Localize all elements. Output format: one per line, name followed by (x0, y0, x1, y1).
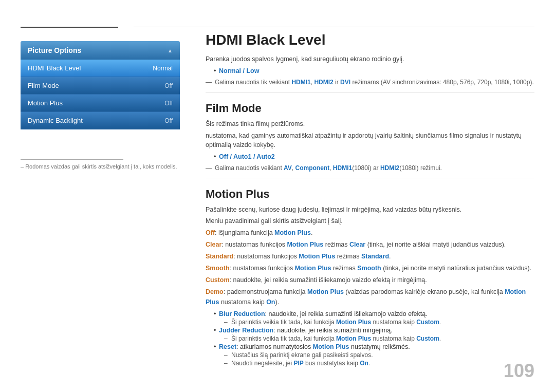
menu-item-motion-label: Motion Plus (28, 99, 63, 107)
mp-reset-sub1: Nustačius šią parinktį ekrane gali pasik… (231, 351, 534, 359)
left-panel: Picture Options ▲ HDMI Black Level Norma… (21, 41, 180, 129)
menu-item-hdmi[interactable]: HDMI Black Level Normal (21, 60, 180, 77)
mp-judder-item: Judder Reduction: naudokite, jei reikia … (214, 327, 534, 342)
mp-clear: Clear: nustatomas funkcijos Motion Plus … (206, 239, 534, 250)
mp-off: Off: išjungiama funkcija Motion Plus. (206, 228, 534, 238)
motion-plus-title: Motion Plus (206, 188, 534, 201)
hdmi-title: HDMI Black Level (206, 32, 534, 48)
divider-2 (206, 178, 534, 178)
divider-1 (206, 92, 534, 92)
hdmi-bullets: Normal / Low (214, 67, 534, 74)
menu-item-film[interactable]: Film Mode Off (21, 77, 180, 95)
menu-item-motion-value: Off (164, 100, 173, 107)
motion-plus-section: Motion Plus Pašalinkite scenų, kuriose d… (206, 188, 534, 367)
mp-desc1: Pašalinkite scenų, kuriose daug judesių,… (206, 205, 534, 215)
menu-item-motion[interactable]: Motion Plus Off (21, 95, 180, 112)
film-title: Film Mode (206, 102, 534, 115)
mp-feature-list: Blur Reduction: naudokite, jei reikia su… (214, 310, 534, 367)
mp-custom: Custom: naudokite, jei reikia sumažinti … (206, 275, 534, 285)
mp-blur-sub: Ši parinktis veikia tik tada, kai funkci… (231, 319, 534, 326)
mp-reset-item: Reset: atkuriamos numatytosios Motion Pl… (214, 343, 534, 367)
footnote-line (21, 159, 123, 160)
menu-item-hdmi-value: Normal (153, 65, 173, 72)
hdmi-section: HDMI Black Level Parenka juodos spalvos … (206, 32, 534, 87)
menu-item-film-value: Off (164, 82, 173, 89)
footnote-text: – Rodomas vaizdas gali skirtis atsižvelg… (21, 163, 180, 170)
menu-item-hdmi-label: HDMI Black Level (28, 64, 81, 72)
mp-judder-sub: Ši parinktis veikia tik tada, kai funkci… (231, 335, 534, 342)
picture-options-label: Picture Options (28, 46, 81, 54)
mp-desc2: Meniu pavadinimai gali skirtis atsižvelg… (206, 216, 534, 226)
right-content: HDMI Black Level Parenka juodos spalvos … (206, 32, 534, 371)
top-line-left (21, 27, 118, 28)
hdmi-desc: Parenka juodos spalvos lygmenį, kad sure… (206, 54, 534, 64)
top-line-right (134, 27, 534, 27)
menu-item-dynamic-label: Dynamic Backlight (28, 117, 83, 124)
film-bullet-1: Off / Auto1 / Auto2 (214, 153, 534, 160)
film-desc1: Šis režimas tinka filmų peržiūroms. (206, 119, 534, 129)
mp-standard: Standard: nustatomas funkcijos Motion Pl… (206, 251, 534, 262)
picture-options-header[interactable]: Picture Options ▲ (21, 41, 180, 60)
page-number: 109 (504, 360, 534, 382)
mp-smooth: Smooth: nustatomas funkcijos Motion Plus… (206, 263, 534, 273)
film-note: Galima naudotis veikiant AV, Component, … (206, 163, 534, 173)
hdmi-bullet-1: Normal / Low (214, 67, 534, 74)
film-section: Film Mode Šis režimas tinka filmų peržiū… (206, 102, 534, 173)
menu-item-dynamic-value: Off (164, 117, 173, 124)
hdmi-note: Galima naudotis tik veikiant HDMI1, HDMI… (206, 78, 534, 87)
film-bullets: Off / Auto1 / Auto2 (214, 153, 534, 160)
menu-item-dynamic[interactable]: Dynamic Backlight Off (21, 112, 180, 129)
mp-blur-item: Blur Reduction: naudokite, jei reikia su… (214, 310, 534, 326)
menu-item-film-label: Film Mode (28, 82, 59, 89)
film-desc2: nustatoma, kad gaminys automatiškai atpa… (206, 131, 534, 151)
mp-demo: Demo: pademonstruojama funkcija Motion P… (206, 287, 534, 307)
picture-options-arrow: ▲ (168, 48, 173, 53)
mp-reset-sub2: Naudoti negalėsite, jei PIP bus nustatyt… (231, 360, 534, 367)
